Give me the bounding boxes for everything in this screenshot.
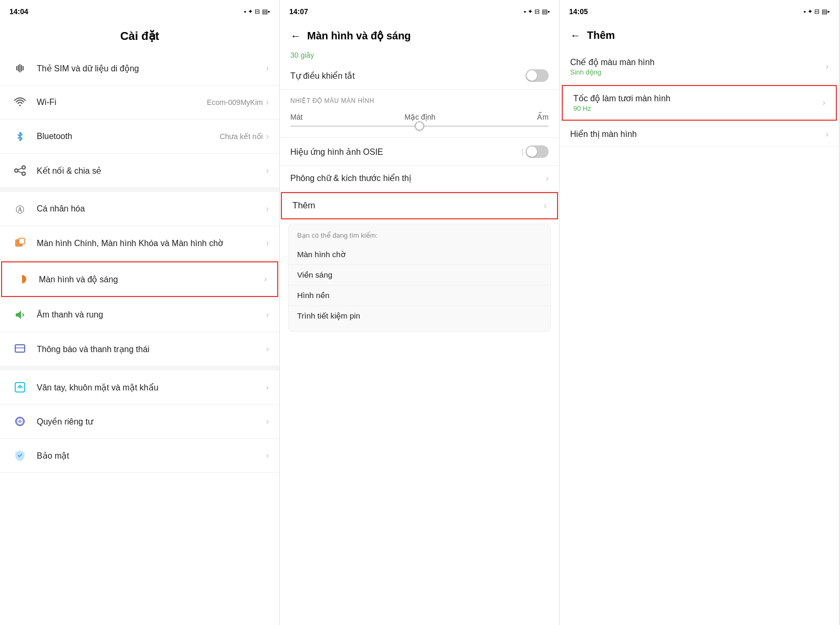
privacy-icon [10,412,29,431]
sound-content: Âm thanh và rung [37,310,266,320]
slider-label-cool: Mát [290,113,302,121]
settings-item-autooff[interactable]: Tự điều khiển tắt [280,62,559,90]
svg-point-6 [22,166,25,169]
sim-content: Thẻ SIM và dữ liệu di động [37,63,266,73]
settings-item-mainscreen[interactable]: Màn hình Chính, Màn hình Khóa và Màn hìn… [0,226,279,260]
suggestion-hinh-nen[interactable]: Hình nền [289,285,550,306]
suggestion-vien-sang[interactable]: Viền sáng [289,265,550,285]
notify-label: Thông báo và thanh trạng thái [37,344,266,354]
svg-line-9 [18,172,22,173]
divider-1 [0,188,279,192]
back-button-2[interactable]: ← [290,30,301,42]
settings-item-color-mode[interactable]: Chế độ màu màn hình Sinh động › [560,50,839,84]
font-chevron: › [546,174,549,183]
back-button-3[interactable]: ← [570,29,581,41]
display-chevron: › [826,130,828,139]
refresh-rate-label: Tốc độ làm tươi màn hình [573,93,823,103]
status-time-2: 14:07 [289,7,308,16]
suggestion-man-hinh-cho[interactable]: Màn hình chờ [289,245,550,265]
display-label: Hiển thị màn hình [570,129,826,139]
status-indicators-1: ▪ ✦ ⊟ ▤▪ [244,8,270,15]
settings-item-sound[interactable]: Âm thanh và rung › [0,298,279,332]
svg-point-5 [15,169,18,172]
status-bar-3: 14:05 ▪ ✦ ⊟ ▤▪ [560,0,839,23]
personal-icon: Ⓐ [10,199,29,218]
connect-icon [10,161,29,180]
fingerprint-content: Vân tay, khuôn mặt và mật khẩu [37,383,266,393]
settings-item-brightness[interactable]: Màn hình và độ sáng › [1,261,278,297]
settings-item-sim[interactable]: Thẻ SIM và dữ liệu di động › [0,51,279,86]
status-indicators-3: ▪ ✦ ⊟ ▤▪ [803,8,830,15]
slider-label-default: Mặc định [404,113,435,121]
brightness-header: ← Màn hình và độ sáng [280,23,559,50]
color-slider-thumb[interactable] [415,121,424,131]
autooff-toggle[interactable] [526,69,549,82]
osie-divider: | [521,147,523,156]
auto-off-value: 30 giây [290,51,314,59]
slider-labels: Mát Mặc định Ấm [290,113,549,121]
color-slider-track[interactable] [290,125,549,127]
brightness-icon [13,270,32,289]
brightness-title: Màn hình và độ sáng [307,29,411,42]
sim-icon [10,59,29,78]
osie-label: Hiệu ứng hình ảnh OSIE [290,147,521,157]
settings-item-osie[interactable]: Hiệu ứng hình ảnh OSIE | [280,138,559,166]
sound-label: Âm thanh và rung [37,310,266,320]
settings-item-security[interactable]: Bảo mật › [0,439,279,473]
mainscreen-label: Màn hình Chính, Màn hình Khóa và Màn hìn… [37,238,266,248]
settings-item-wifi[interactable]: Wi-Fi Ecom-009MyKim › [0,86,279,120]
wifi-chevron: › [266,98,269,107]
settings-item-personal[interactable]: Ⓐ Cá nhân hóa › [0,192,279,226]
brightness-chevron: › [264,274,267,284]
fingerprint-icon [10,378,29,397]
fingerprint-chevron: › [266,383,269,392]
status-time-1: 14:04 [9,7,28,16]
auto-off-label: 30 giây [280,50,559,62]
notify-chevron: › [266,344,269,354]
settings-item-font[interactable]: Phông chữ & kích thước hiển thị › [280,166,559,191]
brightness-content: Màn hình và độ sáng [39,274,264,284]
display-content: Hiển thị màn hình [570,129,826,139]
personal-chevron: › [266,204,269,214]
settings-item-privacy[interactable]: Quyền riêng tư › [0,405,279,439]
autooff-content: Tự điều khiển tắt [290,71,526,81]
svg-point-18 [19,386,21,388]
color-mode-label: Chế độ màu màn hình [570,57,826,67]
settings-item-refresh-rate[interactable]: Tốc độ làm tươi màn hình 90 Hz › [562,85,837,121]
settings-item-connect[interactable]: Kết nối & chia sẻ › [0,154,279,188]
settings-header: Cài đặt [0,23,279,51]
suggestion-tiet-kiem-pin[interactable]: Trình tiết kiệm pin [289,306,550,326]
settings-item-notify[interactable]: Thông báo và thanh trạng thái › [0,332,279,366]
fingerprint-label: Vân tay, khuôn mặt và mật khẩu [37,383,266,393]
divider-2 [0,366,279,370]
sim-chevron: › [266,63,269,73]
settings-item-fingerprint[interactable]: Vân tay, khuôn mặt và mật khẩu › [0,370,279,405]
mainscreen-chevron: › [266,238,269,248]
app-container: 14:04 ▪ ✦ ⊟ ▤▪ Cài đặt [0,0,840,625]
suggestion-header: Bạn có thể đang tìm kiếm: [289,229,550,245]
refresh-rate-content: Tốc độ làm tươi màn hình 90 Hz [573,93,823,112]
personal-content: Cá nhân hóa [37,204,266,214]
font-content: Phông chữ & kích thước hiển thị [290,173,546,183]
security-content: Bảo mật [37,451,266,461]
search-suggestion-box: Bạn có thể đang tìm kiếm: Màn hình chờ V… [288,224,551,332]
settings-item-them[interactable]: Thêm › [281,192,558,219]
svg-line-8 [18,168,22,170]
svg-rect-15 [15,345,25,352]
color-mode-content: Chế độ màu màn hình Sinh động [570,57,826,76]
brightness-label: Màn hình và độ sáng [39,274,264,284]
svg-marker-14 [16,311,21,319]
bt-value: Chưa kết nối [219,132,262,141]
osie-toggle[interactable] [526,145,549,158]
connect-content: Kết nối & chia sẻ [37,166,266,176]
settings-item-display[interactable]: Hiển thị màn hình › [560,122,839,147]
them-header: ← Thêm [560,23,839,50]
svg-point-7 [22,172,25,175]
privacy-label: Quyền riêng tư [37,417,266,427]
settings-item-bluetooth[interactable]: Bluetooth Chưa kết nối › [0,120,279,154]
svg-rect-12 [19,238,25,244]
settings-title: Cài đặt [10,29,269,43]
svg-text:Ⓐ: Ⓐ [16,205,24,214]
settings-list[interactable]: Thẻ SIM và dữ liệu di động › Wi-Fi [0,51,279,625]
refresh-rate-chevron: › [823,98,825,108]
